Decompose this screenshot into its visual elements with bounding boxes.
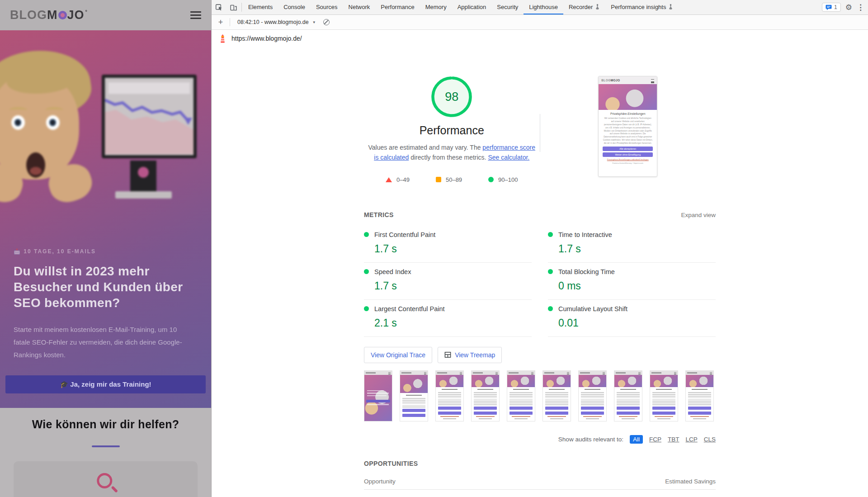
logo-text-blog: BLOG bbox=[10, 8, 47, 22]
treemap-icon bbox=[444, 351, 451, 358]
filmstrip-frame bbox=[578, 370, 607, 421]
see-calculator-link[interactable]: See calculator. bbox=[488, 154, 529, 161]
metric-tbt: Total Blocking Time 0 ms bbox=[548, 263, 716, 300]
thumb-settings-link: Privatsphäre-Einstellungen individuell f… bbox=[599, 158, 657, 161]
devtools-tabbar: Elements Console Sources Network Perform… bbox=[212, 0, 868, 15]
category-title: Performance bbox=[420, 124, 484, 137]
app-window: BLOGMJO° bbox=[0, 0, 868, 497]
site-logo: BLOGMJO° bbox=[10, 8, 88, 22]
metric-value: 1.7 s bbox=[558, 243, 716, 255]
filmstrip-frame bbox=[614, 370, 642, 421]
metric-fcp: First Contentful Paint 1.7 s bbox=[364, 226, 532, 263]
thumb-dialog-body: Wir verwenden Cookies und ähnliche Techn… bbox=[603, 117, 653, 145]
filmstrip-frame bbox=[650, 370, 678, 421]
performance-score-gauge: 98 bbox=[431, 76, 472, 118]
devtools-panel: Elements Console Sources Network Perform… bbox=[211, 0, 868, 497]
issues-count: 1 bbox=[834, 4, 837, 10]
lighthouse-toolbar: + 08:42:10 - www.blogmojo.de ▼ bbox=[212, 15, 868, 30]
pass-dot-icon bbox=[548, 269, 553, 274]
logo-o-icon bbox=[58, 11, 67, 19]
pass-circle-icon bbox=[488, 177, 494, 182]
report-selector-dropdown[interactable]: 08:42:10 - www.blogmojo.de ▼ bbox=[234, 17, 320, 27]
pass-dot-icon bbox=[364, 232, 369, 237]
issues-counter-button[interactable]: 1 bbox=[822, 3, 841, 12]
tab-console[interactable]: Console bbox=[278, 0, 311, 14]
filmstrip bbox=[364, 370, 716, 421]
filmstrip-frame bbox=[471, 370, 500, 421]
inspected-page: BLOGMJO° bbox=[0, 0, 211, 497]
help-heading: Wie können wir dir helfen? bbox=[0, 408, 211, 431]
metric-value: 1.7 s bbox=[374, 243, 532, 255]
score-header: 98 Performance Values are estimated and … bbox=[364, 76, 716, 183]
audits-filter-bar: Show audits relevant to: All FCP TBT LCP… bbox=[364, 435, 716, 444]
tab-security[interactable]: Security bbox=[491, 0, 524, 14]
help-section: Wie können wir dir helfen? bbox=[0, 408, 211, 497]
monitor-stand bbox=[130, 161, 156, 192]
thumb-dialog-title: Privatsphäre-Einstellungen bbox=[599, 112, 657, 115]
filter-tbt[interactable]: TBT bbox=[668, 436, 679, 443]
view-original-trace-button[interactable]: View Original Trace bbox=[364, 347, 432, 363]
filter-cls[interactable]: CLS bbox=[704, 436, 716, 443]
metric-speed-index: Speed Index 1.7 s bbox=[364, 263, 532, 300]
hamburger-menu-icon[interactable] bbox=[190, 11, 201, 19]
filmstrip-frame bbox=[400, 370, 428, 421]
hero-body-text: Starte mit meinem kostenlosen E-Mail-Tra… bbox=[14, 323, 194, 361]
score-disclaimer: Values are estimated and may vary. The p… bbox=[368, 142, 536, 163]
filter-all[interactable]: All bbox=[630, 435, 643, 444]
help-card[interactable] bbox=[14, 461, 198, 497]
more-options-icon[interactable]: ⋮ bbox=[857, 4, 864, 11]
experiment-flask-icon bbox=[668, 4, 673, 9]
expand-view-button[interactable]: Expand view bbox=[681, 212, 716, 218]
training-cta-button[interactable]: 🎓 Ja, zeig mir das Training! bbox=[5, 375, 206, 393]
filmstrip-frame bbox=[435, 370, 464, 421]
toolbar-separator bbox=[241, 3, 242, 12]
view-treemap-button[interactable]: View Treemap bbox=[438, 347, 502, 363]
thumb-decline-button: Weiter ohne Einwilligung bbox=[603, 152, 653, 157]
hero-illustration bbox=[0, 44, 211, 238]
logo-text-m: M bbox=[47, 8, 58, 22]
hero-section: 📩 10 TAGE, 10 E-MAILS Du willst in 2023 … bbox=[0, 30, 211, 408]
legend-average: 50–89 bbox=[436, 176, 462, 183]
opportunities-section: OPPORTUNITIES Opportunity Estimated Savi… bbox=[364, 460, 716, 497]
filter-fcp[interactable]: FCP bbox=[649, 436, 661, 443]
tab-sources[interactable]: Sources bbox=[311, 0, 343, 14]
score-legend: 0–49 50–89 90–100 bbox=[386, 176, 518, 183]
final-screenshot-thumbnail: BLOGMOJO Privatsphäre-Einstellungen Wir … bbox=[598, 76, 657, 177]
thumb-site-header: BLOGMOJO bbox=[599, 76, 657, 84]
metric-value: 2.1 s bbox=[374, 317, 532, 329]
monitor-base bbox=[115, 191, 172, 199]
monitor-graphic bbox=[102, 75, 197, 158]
toolbar-separator bbox=[230, 18, 230, 26]
tab-application[interactable]: Application bbox=[452, 0, 492, 14]
tab-recorder[interactable]: Recorder bbox=[563, 0, 605, 14]
average-square-icon bbox=[436, 177, 441, 182]
filmstrip-frame bbox=[542, 370, 571, 421]
pass-dot-icon bbox=[364, 269, 369, 274]
tabbar-right-controls: 1 ⚙ ⋮ bbox=[822, 0, 868, 14]
clear-reports-icon[interactable] bbox=[323, 19, 330, 25]
filter-lcp[interactable]: LCP bbox=[685, 436, 697, 443]
devtools-tabs: Elements Console Sources Network Perform… bbox=[243, 0, 679, 14]
device-toolbar-icon[interactable] bbox=[226, 0, 241, 14]
tab-lighthouse[interactable]: Lighthouse bbox=[524, 0, 563, 14]
opportunity-column-header: Opportunity bbox=[364, 478, 396, 485]
tab-elements[interactable]: Elements bbox=[243, 0, 278, 14]
metric-value: 1.7 s bbox=[374, 280, 532, 292]
search-icon bbox=[97, 473, 112, 488]
tab-performance[interactable]: Performance bbox=[375, 0, 420, 14]
savings-column-header: Estimated Savings bbox=[665, 478, 716, 485]
tab-performance-insights[interactable]: Performance insights bbox=[605, 0, 679, 14]
tab-network[interactable]: Network bbox=[343, 0, 376, 14]
inspect-element-icon[interactable] bbox=[212, 0, 226, 14]
filmstrip-frame bbox=[507, 370, 535, 421]
audits-filter-label: Show audits relevant to: bbox=[558, 436, 623, 443]
logo-text-jo: JO bbox=[67, 8, 85, 22]
report-url: https://www.blogmojo.de/ bbox=[231, 35, 302, 42]
pass-dot-icon bbox=[548, 232, 553, 237]
metric-lcp: Largest Contentful Paint 2.1 s bbox=[364, 300, 532, 337]
chevron-down-icon: ▼ bbox=[312, 20, 316, 24]
thumb-hamburger-icon bbox=[651, 79, 654, 81]
tab-memory[interactable]: Memory bbox=[420, 0, 452, 14]
new-report-button[interactable]: + bbox=[215, 18, 226, 27]
settings-gear-icon[interactable]: ⚙ bbox=[845, 4, 852, 11]
